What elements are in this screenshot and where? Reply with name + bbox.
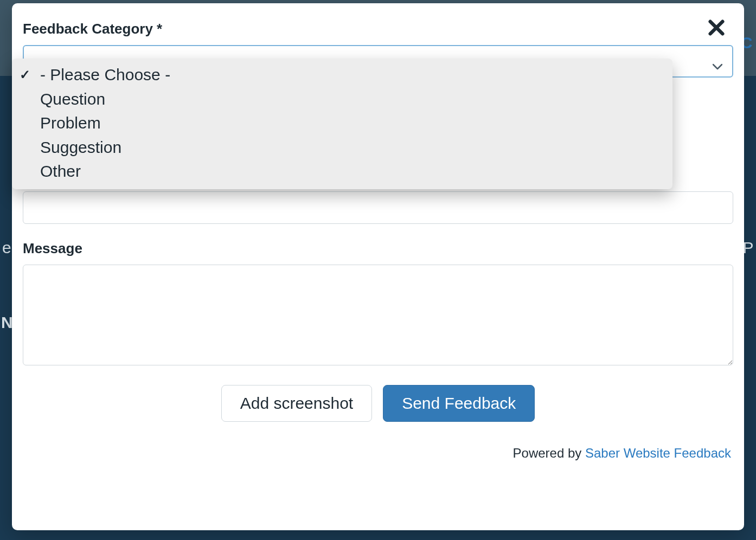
- button-row: Add screenshot Send Feedback: [23, 385, 733, 422]
- dropdown-option-problem[interactable]: ✓ Problem: [12, 111, 672, 136]
- dropdown-option-suggestion[interactable]: ✓ Suggestion: [12, 136, 672, 160]
- add-screenshot-button[interactable]: Add screenshot: [221, 385, 372, 422]
- bg-fragment: P: [742, 239, 754, 257]
- dropdown-option-label: - Please Choose -: [40, 64, 170, 86]
- powered-by: Powered by Saber Website Feedback: [23, 446, 733, 461]
- message-label: Message: [23, 240, 733, 257]
- dropdown-option-label: Question: [40, 88, 105, 111]
- message-textarea[interactable]: [23, 265, 733, 365]
- dropdown-option-question[interactable]: ✓ Question: [12, 87, 672, 112]
- dropdown-option-label: Problem: [40, 112, 101, 134]
- category-dropdown[interactable]: ✓ - Please Choose - ✓ Question ✓ Problem…: [12, 59, 672, 189]
- bg-fragment: e: [2, 239, 11, 257]
- dropdown-option-label: Other: [40, 160, 81, 183]
- powered-prefix: Powered by: [513, 446, 585, 460]
- dropdown-option-label: Suggestion: [40, 137, 121, 159]
- category-label: Feedback Category *: [23, 21, 733, 37]
- email-input[interactable]: [23, 191, 733, 224]
- check-icon: ✓: [18, 66, 31, 83]
- dropdown-option-placeholder[interactable]: ✓ - Please Choose -: [12, 63, 672, 87]
- bg-fragment: N: [1, 313, 13, 332]
- dropdown-option-other[interactable]: ✓ Other: [12, 159, 672, 184]
- chevron-down-icon: [713, 58, 722, 65]
- powered-link[interactable]: Saber Website Feedback: [585, 446, 731, 460]
- send-feedback-button[interactable]: Send Feedback: [383, 385, 535, 422]
- close-icon[interactable]: [707, 18, 726, 37]
